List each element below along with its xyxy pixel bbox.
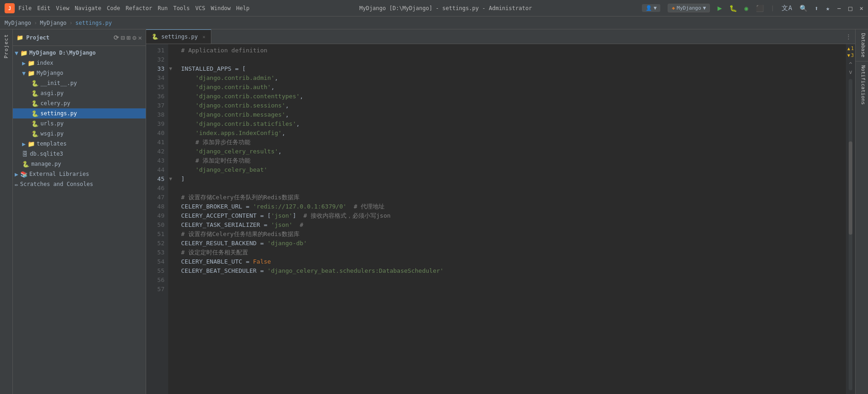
tab-settings[interactable]: 🐍 settings.py × [146,29,211,44]
close-sidebar-icon[interactable]: ✕ [138,34,142,41]
stop-button[interactable]: ⬛ [756,5,764,12]
minimize-button[interactable]: − [837,5,841,12]
code-line-41: # 添加异步任务功能 [181,138,840,147]
code-line-55: CELERY_BEAT_SCHEDULER = 'django_celery_b… [181,266,840,276]
menu-edit[interactable]: Edit [37,5,51,11]
tree-templates-folder-icon: 📁 [28,141,35,147]
code-content[interactable]: # Application definition INSTALLED_APPS … [176,44,846,394]
code-line-35: 'django.contrib.auth', [181,83,840,92]
menu-navigate[interactable]: Navigate [75,5,102,11]
run-button[interactable]: ▶ [717,4,722,12]
nav-up-icon[interactable]: ^ [849,62,852,68]
menu-view[interactable]: View [56,5,69,11]
tree-folder-index-icon: 📁 [28,60,35,67]
tree-scratches-label: Scratches and Consoles [20,181,93,187]
tree-item-manage[interactable]: 🐍 manage.py [13,159,146,169]
tree-item-settings[interactable]: 🐍 settings.py [13,108,146,118]
tree-scratches-icon: ✏ [15,181,18,188]
settings-icon[interactable]: ⚙ [132,34,136,41]
notifications-panel-toggle[interactable]: Notifications [856,62,868,108]
run-config-button[interactable]: ◆ MyDjango ▼ [668,4,710,12]
menu-code[interactable]: Code [107,5,120,11]
code-line-54: CELERY_ENABLE_UTC = False [181,257,840,266]
tree-item-label: MyDjango D:\MyDjango [29,50,96,56]
tree-arrow-icon: ▶ [22,60,26,67]
menu-help[interactable]: Help [236,5,250,11]
breadcrumb-item-3[interactable]: settings.py [75,20,112,26]
line-num-47: 47 [150,193,165,202]
menu-tools[interactable]: Tools [173,5,190,11]
tree-item-celery[interactable]: 🐍 celery.py [13,98,146,108]
breadcrumb-item-1[interactable]: MyDjango [5,20,31,26]
tab-more-button[interactable]: ⋮ [842,29,855,44]
fold-33[interactable]: ▼ [169,64,175,73]
tree-item-mydjango[interactable]: ▼ 📁 MyDjango [13,68,146,78]
breadcrumb-item-2[interactable]: MyDjango [40,20,67,26]
code-line-52: CELERY_RESULT_BACKEND = 'django-db' [181,239,840,248]
scrollbar-thumb[interactable] [849,141,852,235]
tab-close-icon[interactable]: × [202,34,205,40]
line-num-35: 35 [150,83,165,92]
sidebar-header: 📁 Project ⟳ ⊟ ⊞ ⚙ ✕ [13,29,146,46]
tree-init-label: __init__.py [40,80,77,86]
close-button[interactable]: × [860,5,863,12]
tree-item-external[interactable]: ▶ 📚 External Libraries [13,169,146,179]
tab-more-icon: ⋮ [845,33,851,40]
tree-item-asgi[interactable]: 🐍 asgi.py [13,88,146,98]
expand-icon[interactable]: ⊞ [127,34,130,41]
separator-1: | [771,5,775,11]
tree-settings-label: settings.py [40,110,77,117]
update-button[interactable]: ⬆ [815,5,818,12]
user-icon: 👤 [646,5,652,11]
bookmark-button[interactable]: ★ [826,5,829,12]
line-num-39: 39 [150,119,165,129]
menu-refactor[interactable]: Refactor [125,5,152,11]
code-line-56 [181,276,840,285]
debug-button[interactable]: 🐛 [729,5,737,12]
database-panel-toggle[interactable]: Database [856,29,868,62]
collapse-all-icon[interactable]: ⊟ [121,34,125,41]
tree-item-init[interactable]: 🐍 __init__.py [13,78,146,88]
tree-py-icon: 🐍 [31,80,39,87]
titlebar-controls: 👤 ▼ ◆ MyDjango ▼ ▶ 🐛 ◉ ⬛ | 文A 🔍 ⬆ ★ − □ … [642,4,863,12]
warning-down-icon[interactable]: ▼ [847,53,850,58]
warning-indicator: ▲ 1 [847,46,854,51]
tree-item-scratches[interactable]: ✏ Scratches and Consoles [13,179,146,189]
line-num-56: 56 [150,276,165,285]
menu-run[interactable]: Run [158,5,168,11]
coverage-button[interactable]: ◉ [744,5,748,12]
tree-db-icon: 🗄 [22,151,28,158]
menu-vcs[interactable]: VCS [195,5,205,11]
tree-item-root[interactable]: ▼ 📁 MyDjango D:\MyDjango [13,48,146,58]
tree-item-wsgi[interactable]: 🐍 wsgi.py [13,129,146,139]
translate-button[interactable]: 文A [782,4,792,12]
breadcrumb-sep-1: › [34,20,37,26]
run-config-dropdown: ▼ [703,5,706,11]
fold-57 [169,285,175,294]
file-tree: ▼ 📁 MyDjango D:\MyDjango ▶ 📁 index ▼ 📁 M… [13,46,146,394]
menu-window[interactable]: Window [211,5,231,11]
tree-item-db[interactable]: 🗄 db.sqlite3 [13,149,146,159]
line-num-42: 42 [150,147,165,156]
search-button[interactable]: 🔍 [800,5,807,12]
fold-49 [169,211,175,220]
tree-item-index[interactable]: ▶ 📁 index [13,58,146,68]
tree-item-templates[interactable]: ▶ 📁 templates [13,139,146,149]
line-num-34: 34 [150,73,165,83]
project-panel-toggle[interactable]: Project [0,29,13,394]
tree-item-urls[interactable]: 🐍 urls.py [13,118,146,129]
line-num-44: 44 [150,165,165,174]
user-dropdown-arrow: ▼ [654,5,657,11]
scrollbar-track[interactable] [849,79,852,390]
warning-up-icon[interactable]: ▲ [847,46,850,51]
user-button[interactable]: 👤 ▼ [642,4,661,12]
tree-manage-icon: 🐍 [22,161,29,168]
code-line-47: # 设置存储Celery任务队列的Redis数据库 [181,193,840,202]
maximize-button[interactable]: □ [848,5,852,12]
run-config-label: MyDjango [677,5,701,11]
line-num-48: 48 [150,202,165,211]
nav-down-icon[interactable]: v [849,69,852,75]
menu-file[interactable]: File [18,5,32,11]
sync-icon[interactable]: ⟳ [113,34,119,41]
fold-45[interactable]: ▼ [169,174,175,184]
